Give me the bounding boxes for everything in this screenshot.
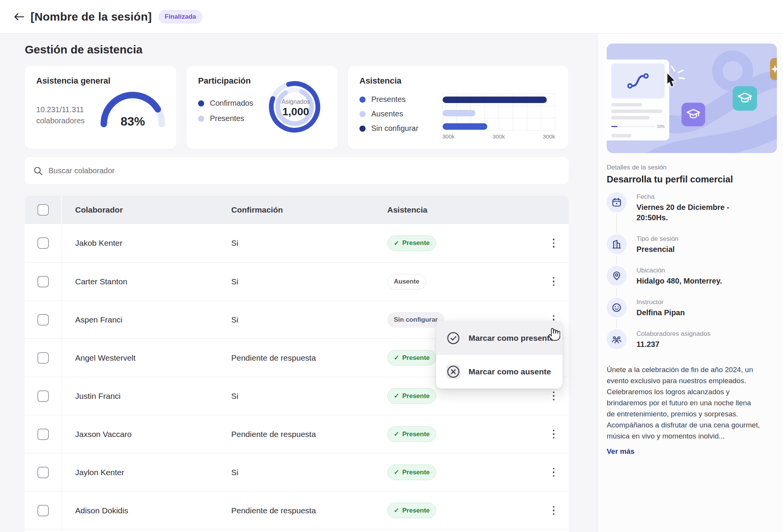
- logo-icon: [611, 63, 665, 98]
- svg-text:300k: 300k: [442, 133, 455, 140]
- detail-value: Viernes 20 de Diciembre - 20:50Hs.: [636, 202, 755, 223]
- session-detail-items: Fecha Viernes 20 de Diciembre - 20:50Hs.…: [607, 192, 777, 361]
- svg-text:300k: 300k: [543, 133, 555, 140]
- select-all-checkbox[interactable]: [37, 204, 49, 216]
- row-checkbox[interactable]: [37, 314, 49, 326]
- row-checkbox-cell: [25, 339, 62, 377]
- menu-item-mark-absent[interactable]: Marcar como ausente: [436, 355, 562, 389]
- collaborator-name: Aspen Franci: [62, 315, 231, 324]
- building-icon: [607, 234, 627, 254]
- row-actions-menu-button[interactable]: [546, 274, 561, 289]
- row-checkbox-cell: [25, 492, 62, 529]
- row-checkbox[interactable]: [37, 276, 49, 287]
- x-circle-icon: [446, 364, 461, 379]
- people-icon: [607, 329, 627, 349]
- row-checkbox[interactable]: [37, 429, 49, 440]
- card-asistencia-general: Asistencia general 10.231/11.311 colabor…: [25, 66, 176, 149]
- detail-item-ubicacion: Ubicación Hidalgo 480, Monterrey.: [607, 266, 777, 298]
- legend-label: Ausentes: [371, 110, 403, 118]
- check-icon: ✓: [394, 354, 399, 362]
- attendance-badge: ✓Presente: [387, 388, 436, 404]
- row-checkbox[interactable]: [37, 390, 49, 402]
- donut-center-value: 1,000: [282, 106, 309, 118]
- detail-label: Fecha: [636, 193, 755, 201]
- back-button[interactable]: [11, 9, 27, 24]
- row-checkbox[interactable]: [37, 505, 49, 516]
- general-stat-caption: colaboradores: [36, 116, 85, 125]
- legend-dot: [359, 97, 366, 103]
- row-checkbox[interactable]: [37, 237, 49, 249]
- card-participacion: Participación Confirmados Presentes Asig…: [187, 66, 338, 149]
- legend-dot: [198, 100, 204, 106]
- row-actions-menu-button[interactable]: [546, 465, 561, 480]
- column-header-confirmacion: Confirmación: [231, 205, 387, 214]
- mini-course-card: 10%: [607, 60, 669, 140]
- confirmation-value: Si: [231, 392, 387, 401]
- row-checkbox[interactable]: [37, 352, 49, 364]
- svg-text:300k: 300k: [493, 133, 505, 140]
- legend-dot: [198, 116, 204, 122]
- search-input[interactable]: [25, 157, 569, 184]
- legend-dot: [359, 111, 366, 117]
- menu-item-label: Marcar como ausente: [469, 367, 551, 376]
- check-icon: ✓: [394, 430, 399, 438]
- check-icon: ✓: [394, 468, 399, 476]
- detail-value: Hidalgo 480, Monterrey.: [636, 276, 722, 286]
- attendance-badge: ✓Presente: [387, 350, 436, 366]
- smiley-icon: [607, 298, 627, 318]
- detail-item-fecha: Fecha Viernes 20 de Diciembre - 20:50Hs.: [607, 192, 777, 234]
- collaborator-name: Adison Dokidis: [62, 506, 231, 515]
- graduation-cap-icon: [737, 91, 753, 106]
- confirmation-value: Si: [231, 315, 387, 324]
- row-checkbox[interactable]: [37, 467, 49, 478]
- table-row: Adison Dokidis Pendiente de respuesta ✓P…: [25, 491, 569, 529]
- attendance-badge: ✓Presente: [387, 235, 436, 251]
- location-pin-icon: [607, 266, 627, 286]
- row-checkbox-cell: [25, 377, 62, 415]
- detail-value: Delfina Pipan: [636, 308, 685, 318]
- detail-item-instructor: Instructor Delfina Pipan: [607, 298, 777, 329]
- see-more-link[interactable]: Ver más: [607, 447, 777, 456]
- check-icon: ✓: [394, 239, 399, 247]
- collaborator-name: Angel Westervelt: [62, 353, 231, 363]
- graduation-cap-tile-teal: [733, 86, 757, 111]
- gauge-percent: 83%: [99, 114, 166, 129]
- table-row: Jaylon Kenter Si ✓Presente: [25, 453, 569, 491]
- check-circle-icon: [446, 331, 461, 345]
- detail-label: Instructor: [636, 298, 685, 306]
- row-checkbox-cell: [25, 224, 62, 262]
- detail-item-colaboradores: Colaboradores asignados 11.237: [607, 329, 777, 361]
- table-header: Colaborador Confirmación Asistencia: [25, 196, 569, 224]
- row-actions-menu-button[interactable]: [546, 389, 561, 404]
- card-asistencia: Asistencia Presentes Ausentes Sin config…: [348, 66, 568, 149]
- search-bar: [25, 157, 569, 184]
- search-icon: [33, 166, 43, 177]
- row-actions-menu-button[interactable]: [546, 503, 561, 518]
- detail-label: Tipo de sesión: [636, 235, 678, 243]
- row-checkbox-cell: [25, 301, 62, 339]
- cursor-pointer-hand: [547, 327, 560, 343]
- column-header-colaborador: Colaborador: [62, 205, 231, 214]
- attendance-bar-chart: 300k 300k 300k: [442, 94, 557, 142]
- cursor-arrow-icon: [664, 66, 691, 90]
- column-header-asistencia: Asistencia: [387, 205, 544, 214]
- confirmation-value: Si: [231, 239, 387, 248]
- check-icon: ✓: [394, 392, 399, 400]
- select-all-cell: [25, 196, 62, 224]
- detail-item-tipo: Tipo de sesión Presencial: [607, 234, 777, 266]
- menu-item-mark-present[interactable]: Marcar como presente: [436, 321, 562, 355]
- graduation-cap-icon: [686, 108, 701, 121]
- row-checkbox-cell: [25, 453, 62, 491]
- session-title: [Nombre de la sesión]: [31, 10, 152, 23]
- legend-label: Presentes: [371, 95, 406, 104]
- table-row: ✓: [25, 529, 569, 532]
- row-actions-menu-button[interactable]: [546, 235, 561, 251]
- donut-center-label: Asignados: [282, 98, 310, 105]
- card-title: Asistencia: [359, 76, 557, 86]
- main-content: Gestión de asistencia Asistencia general…: [0, 34, 597, 532]
- page-title: Gestión de asistencia: [25, 43, 569, 56]
- row-checkbox-cell: [25, 530, 62, 532]
- row-checkbox-cell: [25, 263, 62, 300]
- row-actions-menu-button[interactable]: [546, 427, 561, 442]
- attendance-badge: ✓Presente: [387, 503, 436, 518]
